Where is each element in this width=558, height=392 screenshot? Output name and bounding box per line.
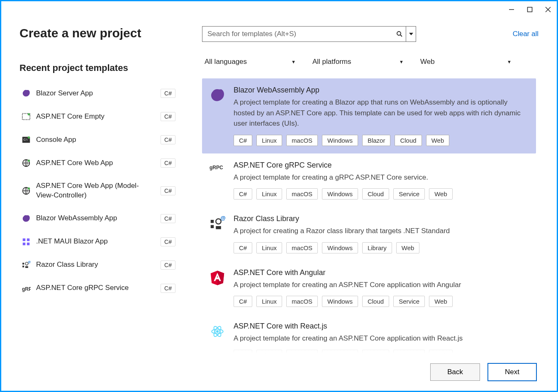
- template-tag: Cloud: [362, 188, 389, 200]
- template-tags: C#LinuxmacOSWindowsCloudServiceWeb: [234, 296, 528, 307]
- console-icon: C:\: [21, 135, 31, 145]
- template-tags: C#LinuxmacOSWindowsCloudServiceWeb: [234, 188, 528, 200]
- template-tag: C#: [234, 296, 252, 307]
- template-item[interactable]: @ Razor Class Library A project for crea…: [202, 207, 536, 261]
- svg-rect-1: [528, 7, 532, 12]
- template-item[interactable]: gRPC ASP.NET Core gRPC Service A project…: [202, 153, 536, 207]
- template-list[interactable]: Blazor WebAssembly App A project templat…: [202, 78, 539, 353]
- template-tag: Windows: [322, 296, 358, 307]
- aspnet-mvc-icon: [21, 186, 31, 196]
- svg-text:@: @: [221, 216, 226, 221]
- template-tag: C#: [234, 188, 252, 200]
- template-tag: Windows: [322, 242, 358, 253]
- aspnet-web-icon: [21, 158, 31, 168]
- recent-item[interactable]: ASP.NET Core Web App C#: [19, 155, 177, 171]
- recent-item[interactable]: @ Razor Class Library C#: [19, 257, 177, 273]
- angular-icon: [209, 269, 226, 287]
- recent-item[interactable]: Blazor WebAssembly App C#: [19, 210, 177, 227]
- recent-item-badge: C#: [161, 284, 175, 293]
- template-tag: macOS: [286, 188, 318, 200]
- template-tag: macOS: [286, 242, 318, 253]
- filter-platform[interactable]: All platforms▼: [310, 55, 405, 68]
- recent-item-label: Blazor Server App: [36, 89, 156, 98]
- template-tag: Windows: [322, 350, 358, 354]
- recent-item[interactable]: gRPC ASP.NET Core gRPC Service C#: [19, 280, 177, 297]
- clear-all-link[interactable]: Clear all: [513, 30, 539, 38]
- blazor-icon: [21, 214, 31, 224]
- filter-language[interactable]: All languages▼: [202, 55, 297, 68]
- recent-item[interactable]: .NET MAUI Blazor App C#: [19, 234, 177, 250]
- template-tag: Service: [393, 350, 425, 354]
- search-input[interactable]: [202, 27, 393, 41]
- svg-rect-21: [25, 266, 28, 268]
- template-description: A project template for creating an ASP.N…: [234, 280, 528, 290]
- recent-item-badge: C#: [161, 112, 175, 121]
- chevron-down-icon: ▼: [399, 59, 404, 64]
- svg-rect-28: [211, 225, 214, 229]
- template-item[interactable]: ASP.NET Core with React.js A project tem…: [202, 314, 536, 353]
- minimize-button[interactable]: [508, 6, 515, 13]
- back-button[interactable]: Back: [430, 363, 480, 381]
- template-tag: Blazor: [362, 135, 391, 146]
- template-title: ASP.NET Core with Angular: [234, 268, 528, 277]
- maximize-button[interactable]: [526, 6, 534, 13]
- template-title: Blazor WebAssembly App: [234, 86, 528, 95]
- svg-rect-13: [23, 239, 25, 241]
- svg-rect-16: [27, 243, 29, 245]
- template-tag: C#: [234, 242, 252, 253]
- recent-item[interactable]: ASP.NET Core Empty C#: [19, 108, 177, 125]
- template-title: Razor Class Library: [234, 214, 528, 223]
- chevron-down-icon: ▼: [291, 59, 296, 64]
- template-tag: Web: [396, 242, 420, 253]
- next-button[interactable]: Next: [487, 363, 537, 381]
- template-tag: Linux: [256, 350, 282, 354]
- recent-templates-heading: Recent project templates: [19, 63, 177, 73]
- blazor-icon: [21, 88, 31, 98]
- template-description: A project for creating a Razor class lib…: [234, 226, 528, 236]
- recent-item-badge: C#: [161, 237, 175, 246]
- recent-item-label: ASP.NET Core Empty: [36, 112, 156, 122]
- template-item[interactable]: Blazor WebAssembly App A project templat…: [202, 78, 536, 153]
- filter-type[interactable]: Web▼: [418, 55, 513, 68]
- chevron-down-icon: ▼: [507, 59, 512, 64]
- template-tag: Web: [429, 188, 453, 200]
- svg-point-23: [397, 32, 401, 35]
- close-button[interactable]: [544, 6, 552, 13]
- svg-rect-31: [216, 226, 221, 229]
- template-tag: C#: [234, 135, 252, 146]
- svg-text:@: @: [28, 261, 31, 263]
- recent-item-label: ASP.NET Core Web App: [36, 158, 156, 168]
- search-icon[interactable]: [393, 27, 406, 41]
- filter-type-label: Web: [420, 58, 435, 66]
- search-dropdown[interactable]: [406, 27, 416, 41]
- template-tag: Service: [393, 188, 425, 200]
- svg-rect-17: [22, 263, 24, 264]
- template-tag: Windows: [322, 135, 358, 146]
- recent-item-label: ASP.NET Core Web App (Model-View-Control…: [36, 181, 156, 200]
- template-tag: Web: [429, 296, 453, 307]
- titlebar: [1, 1, 557, 18]
- recent-item-label: Console App: [36, 135, 156, 145]
- filter-language-label: All languages: [205, 58, 247, 66]
- page-title: Create a new project: [19, 26, 177, 40]
- template-tag: Web: [426, 135, 450, 146]
- recent-item-badge: C#: [161, 261, 175, 270]
- recent-item[interactable]: ASP.NET Core Web App (Model-View-Control…: [19, 178, 177, 204]
- aspnet-empty-icon: [21, 112, 31, 122]
- recent-item-badge: C#: [161, 158, 175, 168]
- template-tag: Cloud: [395, 135, 422, 146]
- svg-marker-25: [409, 33, 413, 35]
- svg-point-12: [28, 187, 30, 190]
- filter-platform-label: All platforms: [312, 58, 351, 66]
- template-tags: C#LinuxmacOSWindowsCloudServiceWeb: [234, 350, 528, 354]
- recent-item-label: Razor Class Library: [36, 260, 156, 270]
- template-item[interactable]: ASP.NET Core with Angular A project temp…: [202, 261, 536, 315]
- grpc-icon: gRPC: [209, 162, 226, 179]
- recent-templates-list: Blazor Server App C# ASP.NET Core Empty …: [19, 85, 177, 309]
- recent-item[interactable]: Blazor Server App C#: [19, 85, 177, 102]
- template-tag: macOS: [286, 350, 318, 354]
- template-description: A project template for creating an ASP.N…: [234, 333, 528, 344]
- svg-text:C:\: C:\: [24, 138, 28, 141]
- recent-item[interactable]: C:\ Console App C#: [19, 131, 177, 148]
- template-tag: Cloud: [362, 296, 389, 307]
